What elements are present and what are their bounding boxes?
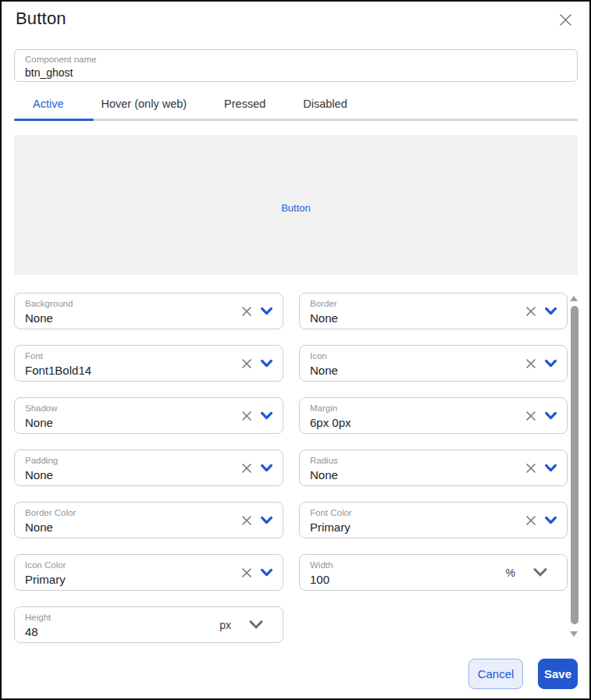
clear-icon[interactable] [525,306,536,317]
field-value: None [310,311,557,325]
clear-icon[interactable] [525,515,536,526]
page-title: Button [16,9,66,29]
field-icon[interactable]: Icon None [299,345,568,382]
clear-icon[interactable] [525,463,536,474]
field-label: Icon [310,351,557,361]
field-value: None [25,468,272,481]
chevron-down-icon[interactable] [544,307,557,316]
component-name-value: btn_ghost [25,66,567,79]
active-tab-indicator [14,119,94,121]
unit-label: px [219,619,231,631]
component-name-field[interactable]: Component name btn_ghost [14,49,578,82]
scroll-down-icon[interactable] [570,631,578,637]
field-value: 6px 0px [310,416,557,429]
clear-icon[interactable] [525,358,536,369]
tab-label: Disabled [303,98,347,110]
field-label: Icon Color [25,560,272,570]
field-radius[interactable]: Radius None [299,449,568,486]
field-value: Primary [25,573,272,586]
chevron-down-icon[interactable] [260,411,273,421]
chevron-down-icon[interactable] [544,359,557,368]
tab-track [14,119,578,121]
save-button[interactable]: Save [538,659,578,689]
tab-label: Active [33,98,64,110]
component-name-label: Component name [25,55,567,65]
field-margin[interactable]: Margin 6px 0px [299,397,568,434]
close-button[interactable] [557,11,574,28]
chevron-down-icon[interactable] [260,516,273,525]
field-value: None [310,364,557,377]
chevron-down-icon[interactable] [248,620,264,630]
field-font-color[interactable]: Font Color Primary [299,502,568,538]
field-border[interactable]: Border None [299,293,568,329]
field-shadow[interactable]: Shadow None [14,397,283,434]
chevron-down-icon[interactable] [260,359,273,368]
field-label: Border [310,299,557,309]
clear-icon[interactable] [241,567,252,578]
field-width[interactable]: Width 100 % [299,554,568,591]
clear-icon[interactable] [241,358,252,369]
clear-icon[interactable] [241,515,252,526]
chevron-down-icon[interactable] [544,516,557,525]
close-icon [559,13,572,27]
field-label: Background [25,299,272,309]
field-value: None [310,468,557,481]
field-height[interactable]: Height 48 px [14,606,283,643]
chevron-down-icon[interactable] [260,568,273,577]
field-label: Font Color [310,508,557,518]
field-padding[interactable]: Padding None [14,449,283,486]
field-icon-color[interactable]: Icon Color Primary [14,554,283,591]
field-label: Margin [310,403,557,414]
tab-disabled[interactable]: Disabled [284,88,365,119]
tab-active[interactable]: Active [14,88,83,119]
dialog-footer: Cancel Save [468,659,578,689]
tab-hover-only-web[interactable]: Hover (only web) [83,88,206,119]
scrollbar-thumb[interactable] [571,306,579,624]
field-value: None [25,521,272,534]
field-font[interactable]: Font Font1Bold14 [14,345,283,382]
field-value: Primary [310,521,557,534]
chevron-down-icon[interactable] [260,307,273,316]
field-label: Border Color [25,508,272,518]
field-background[interactable]: Background None [14,293,283,329]
clear-icon[interactable] [525,410,536,421]
chevron-down-icon[interactable] [544,411,557,421]
tab-pressed[interactable]: Pressed [205,88,284,119]
style-fields-grid: Background None Border None Font Font1Bo… [14,293,568,643]
button-editor-dialog: Button Component name btn_ghost Active H… [0,0,591,700]
tab-label: Hover (only web) [101,98,187,110]
preview-button[interactable]: Button [281,196,311,214]
field-value: None [25,416,272,429]
tab-label: Pressed [224,98,265,110]
field-label: Shadow [25,403,272,414]
field-value: None [25,311,272,325]
scroll-up-icon[interactable] [570,296,578,301]
cancel-button[interactable]: Cancel [468,659,523,689]
clear-icon[interactable] [241,410,252,421]
field-label: Font [25,351,272,361]
field-label: Padding [25,456,272,466]
clear-icon[interactable] [241,463,252,474]
component-preview-area: Button [14,135,578,275]
unit-label: % [506,567,515,579]
field-label: Radius [310,456,557,466]
state-tab-bar: Active Hover (only web) Pressed Disabled [14,88,578,121]
clear-icon[interactable] [241,306,252,317]
field-value: Font1Bold14 [25,364,272,377]
chevron-down-icon[interactable] [532,567,548,577]
chevron-down-icon[interactable] [544,464,557,473]
chevron-down-icon[interactable] [260,464,273,473]
field-border-color[interactable]: Border Color None [14,502,283,538]
